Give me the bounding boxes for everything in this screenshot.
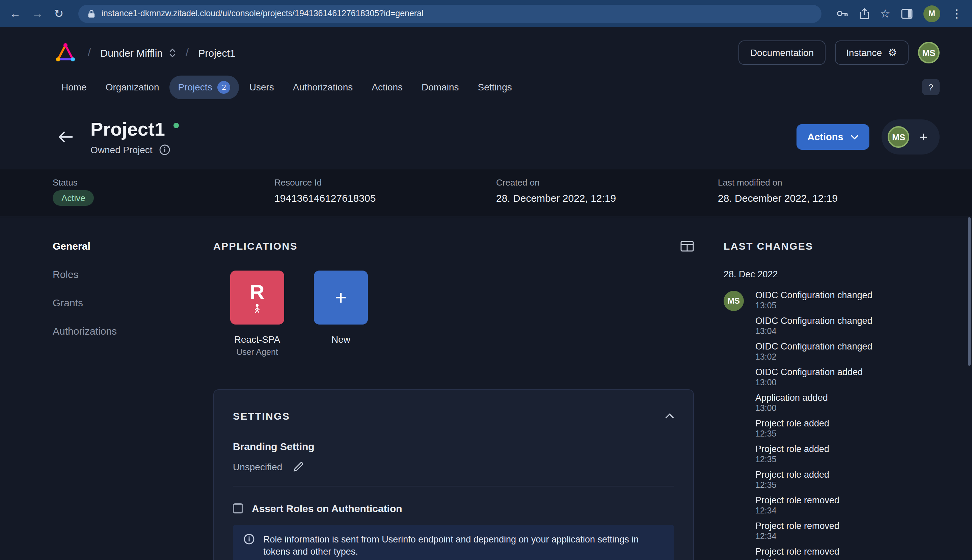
branding-setting-label: Branding Setting <box>233 441 674 452</box>
meta-label: Status <box>53 177 274 188</box>
application-tiles: R React-SPA User Agent + New <box>213 270 694 357</box>
projects-count-badge: 2 <box>218 81 230 93</box>
change-time: 13:00 <box>755 378 892 387</box>
change-text: Project role removed <box>755 547 892 557</box>
actions-button[interactable]: Actions <box>797 124 869 150</box>
instance-button[interactable]: Instance ⚙ <box>835 40 909 65</box>
info-icon[interactable] <box>159 144 170 155</box>
app-name: React-SPA <box>228 334 286 345</box>
bookmark-star-icon[interactable]: ☆ <box>880 8 891 19</box>
section-nav: General Roles Grants Authorizations <box>53 240 213 560</box>
divider <box>233 486 674 487</box>
change-author-avatar: MS <box>723 291 744 311</box>
app-card-react-spa[interactable]: R React-SPA User Agent <box>228 270 286 357</box>
change-time: 12:35 <box>755 455 892 464</box>
add-member-icon[interactable]: + <box>920 129 927 145</box>
last-changes-heading: LAST CHANGES <box>723 240 892 252</box>
tab-organization[interactable]: Organization <box>97 76 168 98</box>
active-state-dot <box>173 123 179 128</box>
new-app-card[interactable]: + New <box>312 270 370 357</box>
change-text: Project role added <box>755 418 892 428</box>
actions-button-label: Actions <box>807 132 843 142</box>
browser-profile-avatar[interactable]: M <box>924 5 940 22</box>
table-view-icon[interactable] <box>680 240 694 251</box>
breadcrumb-separator: / <box>88 46 91 59</box>
change-item: Project role added 12:35 <box>723 418 892 440</box>
browser-reload-icon[interactable]: ↻ <box>54 8 64 19</box>
assert-roles-label: Assert Roles on Authentication <box>252 503 402 514</box>
change-item: Project role removed 12:34 <box>723 521 892 542</box>
meta-value: 194136146127618305 <box>274 192 496 204</box>
sidebar-item-general[interactable]: General <box>53 240 213 252</box>
app-type: User Agent <box>228 347 286 357</box>
sidebar-item-authorizations[interactable]: Authorizations <box>53 325 213 337</box>
project-meta: Status Active Resource Id 19413614612761… <box>0 169 972 217</box>
page-title: Project1 <box>90 119 165 140</box>
change-time: 12:35 <box>755 480 892 490</box>
breadcrumb: / Dunder Mifflin / Project1 Documentatio… <box>53 34 940 72</box>
meta-resource-id: Resource Id 194136146127618305 <box>274 177 496 206</box>
tab-settings[interactable]: Settings <box>469 76 521 98</box>
collapse-chevron-up-icon[interactable] <box>665 413 674 419</box>
page-header: Project1 Owned Project Actions MS + <box>0 103 972 169</box>
gear-icon: ⚙ <box>888 47 897 59</box>
edit-pencil-icon[interactable] <box>293 462 304 472</box>
back-button[interactable] <box>58 131 73 143</box>
tab-users[interactable]: Users <box>240 76 283 98</box>
user-avatar[interactable]: MS <box>918 42 940 63</box>
tab-domains[interactable]: Domains <box>413 76 468 98</box>
zitadel-logo[interactable] <box>53 41 78 64</box>
browser-menu-icon[interactable]: ⋮ <box>951 8 962 19</box>
documentation-button[interactable]: Documentation <box>739 40 825 65</box>
meta-label: Last modified on <box>718 177 940 188</box>
plus-icon: + <box>335 287 347 308</box>
main-nav: Home Organization Projects 2 Users Autho… <box>53 72 940 103</box>
meta-value: 28. December 2022, 12:19 <box>718 192 940 204</box>
change-time: 13:02 <box>755 352 892 362</box>
side-panel-icon[interactable] <box>901 8 913 18</box>
page-content: General Roles Grants Authorizations APPL… <box>0 217 972 560</box>
app-initial: R <box>250 282 264 302</box>
project-members-group[interactable]: MS + <box>882 119 940 155</box>
org-name: Dunder Mifflin <box>100 47 163 58</box>
title-block: Project1 Owned Project <box>90 119 179 155</box>
address-bar[interactable]: instance1-dkmnzw.zitadel.cloud/ui/consol… <box>78 4 822 23</box>
screen: ← → ↻ instance1-dkmnzw.zitadel.cloud/ui/… <box>0 0 972 560</box>
changes-list: MS OIDC Configuration changed 13:05 OIDC… <box>723 290 892 560</box>
app-tile: R <box>230 270 284 325</box>
meta-value: 28. December 2022, 12:19 <box>496 192 718 204</box>
change-time: 12:34 <box>755 532 892 541</box>
breadcrumb-project[interactable]: Project1 <box>198 47 235 58</box>
key-icon[interactable] <box>836 10 848 17</box>
browser-back-icon[interactable]: ← <box>10 8 21 19</box>
change-item: Project role removed 12:34 <box>723 547 892 560</box>
help-button[interactable]: ? <box>922 79 940 95</box>
change-text: Application added <box>755 393 892 403</box>
tab-actions[interactable]: Actions <box>363 76 411 98</box>
change-text: OIDC Configuration changed <box>755 290 892 300</box>
tab-home[interactable]: Home <box>53 76 95 98</box>
scrollbar-thumb[interactable] <box>968 217 970 366</box>
change-time: 12:34 <box>755 557 892 560</box>
sidebar-item-roles[interactable]: Roles <box>53 268 213 280</box>
change-item: OIDC Configuration changed 13:02 <box>723 342 892 363</box>
tab-projects[interactable]: Projects 2 <box>169 75 239 99</box>
applications-heading: APPLICATIONS <box>213 240 298 252</box>
change-text: OIDC Configuration changed <box>755 342 892 352</box>
main-column: APPLICATIONS R React-SPA <box>213 240 694 560</box>
tab-projects-label: Projects <box>178 82 212 92</box>
change-item: Project role removed 12:34 <box>723 495 892 517</box>
new-app-label: New <box>312 334 370 345</box>
change-time: 12:34 <box>755 506 892 515</box>
change-item: Project role added 12:35 <box>723 444 892 465</box>
share-icon[interactable] <box>859 8 869 19</box>
change-text: Project role removed <box>755 521 892 531</box>
branding-setting-value: Unspecified <box>233 462 282 472</box>
sidebar-item-grants[interactable]: Grants <box>53 297 213 308</box>
change-time: 13:00 <box>755 403 892 413</box>
member-avatar: MS <box>888 126 910 148</box>
assert-roles-checkbox[interactable] <box>233 503 243 513</box>
browser-forward-icon[interactable]: → <box>32 8 43 19</box>
org-switcher[interactable]: Dunder Mifflin <box>100 47 176 58</box>
tab-authorizations[interactable]: Authorizations <box>284 76 361 98</box>
